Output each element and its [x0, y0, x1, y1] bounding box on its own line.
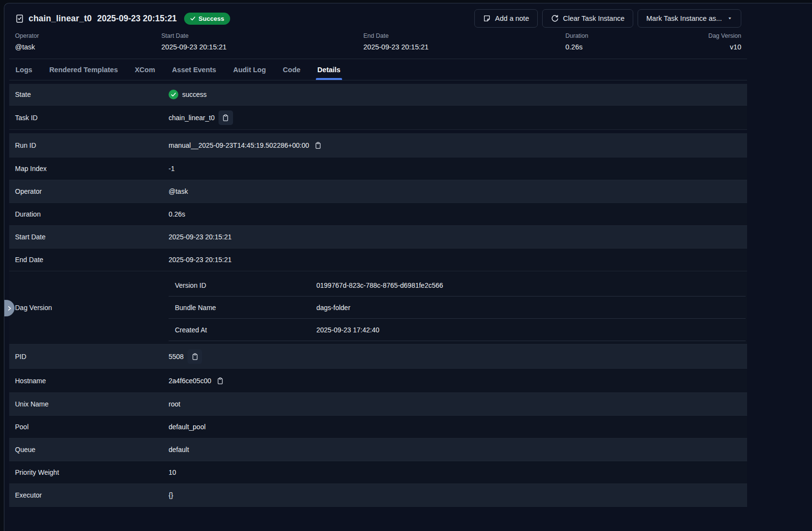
row-value-text: default [169, 446, 189, 453]
details-row-unix-name: Unix Nameroot [9, 393, 747, 416]
meta-value: v10 [708, 43, 741, 51]
row-label: Run ID [9, 141, 169, 149]
row-value-text: 10 [169, 469, 176, 476]
meta-value: @task [15, 43, 161, 51]
details-row-priority-weight: Priority Weight10 [9, 461, 747, 484]
tab-details[interactable]: Details [316, 59, 342, 80]
row-value: 10 [169, 469, 176, 476]
row-value: 2a4f6ce05c00 [169, 375, 226, 386]
nested-row-version-id: Version ID0199767d-823c-788c-8765-d6981f… [169, 274, 746, 297]
row-value: default_pool [169, 423, 205, 431]
nested-row-label: Version ID [169, 281, 316, 289]
row-value-text: @task [169, 187, 188, 195]
details-row-run-id: Run IDmanual__2025-09-23T14:45:19.502286… [9, 133, 747, 157]
details-row-pid: PID5508 [9, 344, 747, 369]
meta-duration: Duration0.26s [565, 32, 708, 51]
task-instance-page: chain_linear_t0 2025-09-23 20:15:21 Succ… [4, 3, 812, 531]
add-note-button[interactable]: Add a note [474, 9, 538, 28]
row-value-text: 2025-09-23 20:15:21 [169, 256, 232, 264]
meta-value: 0.26s [565, 43, 708, 51]
meta-value: 2025-09-23 20:15:21 [363, 43, 565, 51]
tab-code[interactable]: Code [281, 59, 302, 80]
details-row-dag-version: Dag VersionVersion ID0199767d-823c-788c-… [9, 271, 747, 344]
row-value: -1 [169, 165, 174, 172]
row-label: Hostname [9, 377, 169, 385]
details-row-queue: Queuedefault [9, 438, 747, 461]
tab-audit-log[interactable]: Audit Log [232, 59, 267, 80]
meta-end-date: End Date2025-09-23 20:15:21 [363, 32, 565, 51]
copy-button[interactable] [313, 140, 324, 151]
nested-row-value: 2025-09-23 17:42:40 [316, 326, 379, 334]
row-label: Map Index [9, 165, 169, 172]
mark-task-instance-as-button[interactable]: Mark Task Instance as...▼ [638, 9, 741, 28]
row-value-text: 0.26s [169, 210, 185, 218]
row-value-text: chain_linear_t0 [169, 114, 215, 122]
meta-start-date: Start Date2025-09-23 20:15:21 [161, 32, 363, 51]
tab-xcom[interactable]: XCom [133, 59, 156, 80]
clipboard-icon [222, 114, 229, 122]
task-document-icon [15, 14, 24, 23]
row-value: root [169, 400, 180, 408]
header-actions: Add a noteClear Task InstanceMark Task I… [474, 9, 741, 28]
nested-row-value: dags-folder [316, 304, 350, 312]
row-value-text: success [182, 91, 207, 98]
details-row-hostname: Hostname2a4f6ce05c00 [9, 369, 747, 393]
chevron-right-icon [7, 306, 12, 311]
redo-icon [551, 15, 559, 22]
status-badge: Success [184, 13, 230, 25]
button-label: Mark Task Instance as... [646, 15, 722, 22]
task-meta: Operator@taskStart Date2025-09-23 20:15:… [9, 26, 747, 59]
meta-label: End Date [363, 32, 565, 39]
row-label: Duration [9, 210, 169, 218]
nested-row-label: Bundle Name [169, 304, 316, 312]
button-label: Clear Task Instance [563, 15, 625, 22]
row-value: manual__2025-09-23T14:45:19.502286+00:00 [169, 140, 324, 151]
details-row-map-index: Map Index-1 [9, 157, 747, 180]
row-label: Task ID [9, 114, 169, 122]
row-label: Queue [9, 446, 169, 453]
clear-task-instance-button[interactable]: Clear Task Instance [542, 9, 633, 28]
row-value: chain_linear_t0 [169, 110, 233, 125]
caret-down-icon: ▼ [728, 16, 732, 20]
details-row-end-date: End Date2025-09-23 20:15:21 [9, 249, 747, 271]
details-table: StatesuccessTask IDchain_linear_t0Run ID… [9, 84, 747, 507]
row-value: 5508 [169, 349, 202, 364]
note-icon [483, 15, 491, 22]
row-value-text: 5508 [169, 353, 184, 360]
row-label: End Date [9, 256, 169, 264]
row-value-text: -1 [169, 165, 174, 172]
row-value-text: root [169, 400, 180, 408]
row-value: {} [169, 491, 173, 499]
row-label: Start Date [9, 233, 169, 241]
details-row-state: Statesuccess [9, 84, 747, 106]
page-title-timestamp: 2025-09-23 20:15:21 [97, 14, 176, 24]
clipboard-icon [314, 141, 322, 149]
meta-value: 2025-09-23 20:15:21 [161, 43, 363, 51]
row-label: Unix Name [9, 400, 169, 408]
meta-operator: Operator@task [15, 32, 161, 51]
tab-logs[interactable]: Logs [14, 59, 34, 80]
button-label: Add a note [495, 15, 529, 22]
copy-button[interactable] [219, 110, 233, 125]
row-label: Pool [9, 423, 169, 431]
page-title: chain_linear_t0 [29, 14, 92, 24]
copy-button[interactable] [215, 375, 226, 386]
tab-asset-events[interactable]: Asset Events [171, 59, 218, 80]
row-value: 2025-09-23 20:15:21 [169, 256, 232, 264]
meta-label: Duration [565, 32, 708, 39]
tab-bar: LogsRendered TemplatesXComAsset EventsAu… [9, 59, 747, 80]
nested-row-value: 0199767d-823c-788c-8765-d6981fe2c566 [316, 281, 443, 289]
row-label: Priority Weight [9, 469, 169, 476]
meta-label: Dag Version [708, 32, 741, 39]
task-instance-header: chain_linear_t0 2025-09-23 20:15:21 Succ… [9, 3, 747, 59]
tab-rendered-templates[interactable]: Rendered Templates [48, 59, 120, 80]
success-state-icon [169, 90, 178, 99]
meta-dag-version: Dag Versionv10 [708, 32, 741, 51]
row-label: Operator [9, 187, 169, 195]
details-row-operator: Operator@task [9, 180, 747, 203]
details-row-start-date: Start Date2025-09-23 20:15:21 [9, 226, 747, 249]
copy-button[interactable] [187, 349, 202, 364]
details-row-executor: Executor{} [9, 484, 747, 507]
nested-row-bundle-name: Bundle Namedags-folder [169, 297, 746, 319]
row-value: 2025-09-23 20:15:21 [169, 233, 232, 241]
